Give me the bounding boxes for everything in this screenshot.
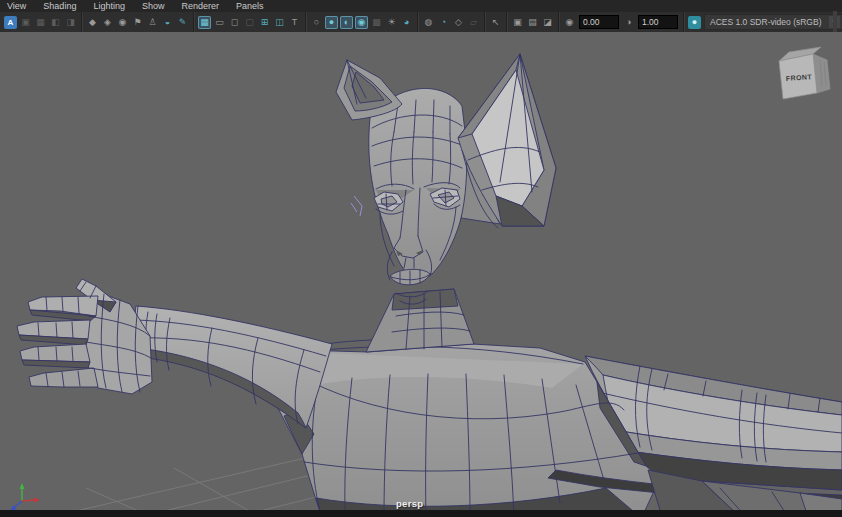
pan-zoom-tool-icon[interactable]: ◒ [161, 16, 174, 29]
maya-viewport-window: { "menubar": { "items": ["View", "Shadin… [0, 0, 842, 517]
annotate-pencil-icon[interactable]: ✎ [176, 16, 189, 29]
model-left-ear [336, 60, 402, 120]
toolbar-group: ●ACES 1.0 SDR-video (sRGB)▾ [684, 12, 842, 32]
gate-mask-icon[interactable]: ▢ [243, 16, 256, 29]
toolbar-group: ▦▭◻▢⊞◫T [194, 12, 306, 32]
frame-all-icon[interactable]: ▦ [34, 16, 47, 29]
select-tool-icon[interactable]: ↖ [489, 16, 502, 29]
wireframe-mode-icon[interactable]: ○ [310, 16, 323, 29]
frame-selected-icon[interactable]: ▣ [19, 16, 32, 29]
camera-name-label: persp [396, 498, 423, 509]
copy-buffer-icon[interactable]: ▣ [511, 16, 524, 29]
select-camera-icon[interactable]: ◆ [86, 16, 99, 29]
safe-title-icon[interactable]: T [288, 16, 301, 29]
lights-icon[interactable]: ☀ [385, 16, 398, 29]
viewport[interactable]: FRONT persp [0, 32, 842, 517]
model-left-arm [130, 306, 332, 428]
colorspace-value: ACES 1.0 SDR-video (sRGB) [710, 17, 821, 27]
selection-highlight-icon[interactable]: A [4, 16, 17, 29]
resolution-gate-icon[interactable]: ◻ [228, 16, 241, 29]
color-management-icon[interactable]: ● [688, 16, 701, 29]
shaded-mode-icon[interactable]: ● [325, 16, 338, 29]
menu-panels[interactable]: Panels [236, 0, 264, 12]
camera-settings-icon[interactable]: ◈ [101, 16, 114, 29]
axis-gizmo [11, 483, 41, 511]
view-cube-gizmo[interactable]: FRONT [779, 47, 830, 99]
model-neck [366, 289, 474, 352]
menu-view[interactable]: View [7, 0, 26, 12]
wireframe-on-shaded-icon[interactable]: ◐ [340, 16, 353, 29]
motion-blur-icon[interactable]: ◇ [452, 16, 465, 29]
safe-action-icon[interactable]: ◫ [273, 16, 286, 29]
shadows-icon[interactable]: ◕ [400, 16, 413, 29]
toolbar-group: ▣▤◪ [507, 12, 559, 32]
x-axis-arrow [34, 498, 40, 503]
field-chart-icon[interactable]: ⊞ [258, 16, 271, 29]
menu-shading[interactable]: Shading [43, 0, 76, 12]
viewport-split-icon[interactable]: ◨ [64, 16, 77, 29]
toolbar-group: ◆◈◉⚑♙◒✎ [82, 12, 194, 32]
paste-buffer-icon[interactable]: ▤ [526, 16, 539, 29]
scene-svg: FRONT [0, 32, 842, 517]
toolbar-group: ◉◑ [559, 12, 684, 32]
occlusion-icon[interactable]: ◔ [437, 16, 450, 29]
viewport-layout-icon[interactable]: ◧ [49, 16, 62, 29]
menu-renderer[interactable]: Renderer [181, 0, 219, 12]
menu-lighting[interactable]: Lighting [93, 0, 125, 12]
gamma-field[interactable] [638, 15, 678, 29]
bookmark-icon[interactable]: ⚑ [131, 16, 144, 29]
use-default-material-icon[interactable]: ▩ [370, 16, 383, 29]
colorspace-dropdown[interactable]: ACES 1.0 SDR-video (sRGB)▾ [704, 14, 842, 30]
toolbar-group: ◍◔◇▱ [418, 12, 485, 32]
panel-edge-divider [833, 11, 837, 32]
viewport-bottom-border [0, 510, 842, 517]
walk-tool-icon[interactable]: ♙ [146, 16, 159, 29]
toolbar-group: ↖ [485, 12, 507, 32]
toolbar-groups: A▣▦◧◨◆◈◉⚑♙◒✎▦▭◻▢⊞◫T○●◐◉▩☀◕◍◔◇▱↖▣▤◪◉◑●ACE… [0, 12, 842, 33]
menubar-items: ViewShadingLightingShowRendererPanels [0, 0, 842, 12]
anti-alias-icon[interactable]: ▱ [467, 16, 480, 29]
toolbar-group: A▣▦◧◨ [0, 12, 82, 32]
exposure-icon[interactable]: ◉ [563, 16, 576, 29]
textured-mode-icon[interactable]: ◉ [355, 16, 368, 29]
camera-orbit-icon[interactable]: ◉ [116, 16, 129, 29]
wireframe-model[interactable] [17, 54, 842, 517]
toolbar-group: ○●◐◉▩☀◕ [306, 12, 418, 32]
xray-icon[interactable]: ◍ [422, 16, 435, 29]
y-axis-arrow [20, 483, 25, 489]
menu-show[interactable]: Show [142, 0, 165, 12]
gamma-icon[interactable]: ◑ [622, 16, 635, 29]
exposure-field[interactable] [579, 15, 619, 29]
isolate-select-icon[interactable]: ◪ [541, 16, 554, 29]
film-gate-icon[interactable]: ▭ [213, 16, 226, 29]
panel-header: ViewShadingLightingShowRendererPanels A▣… [0, 0, 842, 32]
model-left-hand [17, 279, 152, 394]
grid-toggle-icon[interactable]: ▦ [198, 16, 211, 29]
